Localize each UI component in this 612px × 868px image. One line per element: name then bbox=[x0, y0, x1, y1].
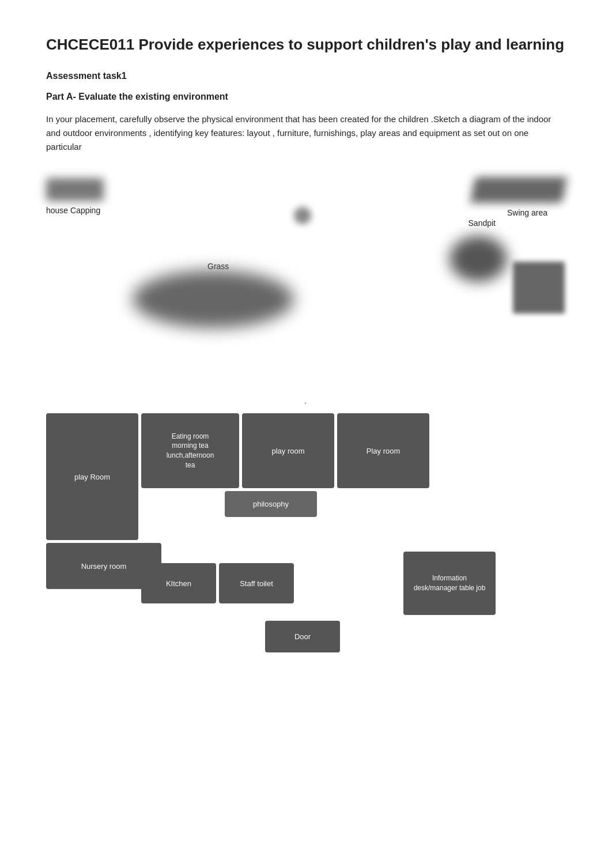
house-capping-label: house Capping bbox=[46, 206, 100, 215]
small-circle-top bbox=[294, 207, 311, 224]
play-room-left: play Room bbox=[46, 413, 138, 540]
sandpit-label: Sandpit bbox=[469, 218, 496, 228]
information-desk: Information desk/manager table job bbox=[403, 552, 496, 615]
part-a-heading: Part A- Evaluate the existing environmen… bbox=[46, 92, 566, 102]
house-capping-shape bbox=[46, 178, 104, 201]
sandpit-shape bbox=[449, 236, 507, 282]
grass-label: Grass bbox=[207, 262, 229, 271]
door-box: Door bbox=[265, 621, 340, 652]
kitchen-box: KItchen bbox=[141, 563, 216, 603]
body-text: In your placement, carefully observe the… bbox=[46, 112, 566, 154]
philosophy-box: philosophy bbox=[225, 491, 317, 517]
grass-shape bbox=[133, 270, 294, 328]
play-room-mid: play room bbox=[242, 413, 334, 488]
page-title: CHCECE011 Provide experiences to support… bbox=[46, 35, 566, 55]
swing-area-label: Swing area bbox=[507, 208, 547, 217]
staff-toilet-box: Staff toilet bbox=[219, 563, 294, 603]
swing-area-shape bbox=[470, 177, 567, 203]
assessment-task: Assessment task1 bbox=[46, 71, 566, 81]
right-square-shape bbox=[513, 262, 565, 314]
indoor-diagram: play Room Eating room morning tea lunch,… bbox=[46, 413, 565, 690]
eating-room: Eating room morning tea lunch,afternoon … bbox=[141, 413, 239, 488]
play-room-right: Play room bbox=[337, 413, 429, 488]
outdoor-diagram: house Capping Swing area Sandpit Grass bbox=[46, 172, 565, 386]
